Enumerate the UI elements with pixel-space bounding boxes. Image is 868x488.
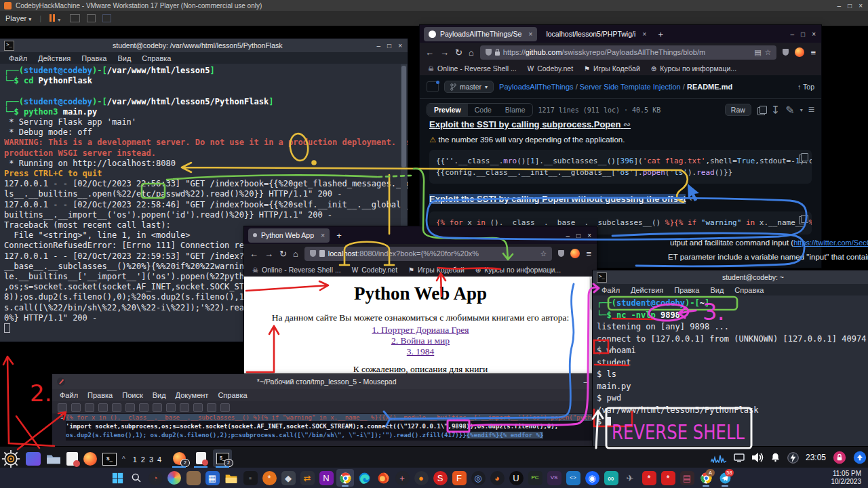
screen-lock-icon[interactable]: [833, 451, 846, 464]
edit-icon[interactable]: ✎: [785, 104, 794, 117]
menu-item[interactable]: Файл: [4, 54, 32, 62]
reload-button[interactable]: ↻: [279, 249, 287, 259]
new-tab-button[interactable]: +: [658, 29, 663, 39]
blender-icon[interactable]: ◕: [488, 469, 506, 487]
pycharm-icon[interactable]: PC: [526, 469, 544, 487]
power-manager-icon[interactable]: [787, 452, 799, 464]
firefox1-minimize-button[interactable]: –: [791, 30, 795, 38]
terminal1-titlebar[interactable]: >_ student@codeby: /var/www/html/lesson5…: [0, 39, 408, 52]
reload-button[interactable]: ↻: [455, 47, 462, 58]
pin-app-icon[interactable]: ◉: [583, 469, 601, 487]
firefox1-maximize-button[interactable]: □: [801, 30, 805, 38]
file-tree-toggle-icon[interactable]: [427, 81, 439, 92]
terminal1-minimize-button[interactable]: –: [377, 42, 381, 49]
taskbar-firefox-window[interactable]: 2: [170, 449, 189, 467]
tab-close-icon[interactable]: ×: [321, 231, 325, 239]
panel-expand-icon[interactable]: ^: [122, 455, 125, 463]
breadcrumb-repo[interactable]: PayloadsAllTheThings: [499, 83, 573, 91]
notifications-bell-icon[interactable]: [770, 452, 781, 463]
save-as-icon[interactable]: [98, 403, 108, 412]
forward-button[interactable]: →: [264, 249, 273, 259]
workspace-number[interactable]: 3: [149, 455, 153, 464]
workspace-number[interactable]: 1: [133, 455, 137, 464]
search-icon[interactable]: [193, 403, 203, 412]
network-monitor-icon[interactable]: [711, 452, 727, 463]
copy-code-icon[interactable]: [799, 216, 806, 224]
unity-icon[interactable]: [102, 14, 111, 22]
replace-icon[interactable]: [207, 403, 216, 412]
tab-preview[interactable]: Preview: [427, 104, 468, 116]
vmware-tools-icon[interactable]: ⇄: [298, 469, 316, 487]
new-tab-button[interactable]: +: [336, 230, 342, 241]
tab-close-icon[interactable]: ×: [528, 30, 532, 38]
home-button[interactable]: ⌂: [293, 249, 298, 259]
red-gear-icon-1[interactable]: *: [640, 469, 658, 487]
back-button[interactable]: ←: [425, 47, 434, 58]
mousepad-minimize-button[interactable]: –: [583, 378, 587, 386]
vscode-icon[interactable]: <>: [564, 469, 582, 487]
url-bar[interactable]: localhost:8080/index?book={%%20for%20x% …: [304, 247, 553, 261]
calendar-app-icon[interactable]: ▦: [203, 469, 221, 487]
paste-icon[interactable]: [166, 403, 176, 412]
menu-item[interactable]: Правка: [83, 391, 117, 399]
display-icon[interactable]: [734, 453, 745, 462]
menu-item[interactable]: Вид: [705, 286, 728, 294]
bookmark-item[interactable]: ☠Online - Reverse Shell ...: [428, 64, 517, 73]
firefox2-minimize-button[interactable]: –: [566, 232, 570, 239]
menu-item[interactable]: Правка: [669, 286, 704, 294]
mousepad-editor[interactable]: {% for x in ().__class__.__base__.__subc…: [66, 413, 604, 441]
firefox1-close-button[interactable]: ×: [812, 30, 816, 38]
menu-item[interactable]: Файл: [55, 391, 83, 399]
bookmark-star-icon[interactable]: ☆: [540, 249, 547, 258]
book-link-1[interactable]: 1. Портрет Дориана Грея: [372, 325, 469, 335]
pocket-shield-icon[interactable]: [558, 250, 564, 257]
menu-item[interactable]: Правка: [77, 54, 111, 62]
copy-raw-icon[interactable]: [757, 106, 766, 115]
menu-item[interactable]: Вид: [113, 54, 136, 62]
url-bar[interactable]: https://github.com/swisskyrepo/PayloadsA…: [480, 45, 777, 60]
color-wheel-app-icon[interactable]: [165, 469, 183, 487]
bookmark-item[interactable]: WCodeby.net: [352, 266, 397, 274]
menu-item[interactable]: Вид: [148, 391, 171, 399]
raw-button[interactable]: Raw: [725, 104, 751, 116]
menu-item[interactable]: Действия: [626, 286, 668, 294]
taskbar-mousepad-window[interactable]: [191, 449, 210, 467]
portrait-app-icon[interactable]: [184, 469, 202, 487]
reader-view-icon[interactable]: ▤: [754, 48, 761, 57]
red-s-app-icon[interactable]: S: [431, 469, 449, 487]
new-icon[interactable]: [58, 403, 67, 412]
save-icon[interactable]: [85, 403, 94, 412]
jet-app-icon[interactable]: ✈: [621, 469, 639, 487]
workspace-switcher[interactable]: 1234: [131, 453, 164, 465]
home-button[interactable]: ⌂: [469, 47, 474, 58]
bookmark-item[interactable]: ⚑Игры Кодебай: [408, 266, 465, 274]
select-icon[interactable]: [180, 403, 189, 412]
firefox-account-icon[interactable]: [570, 249, 580, 258]
vmware-maximize-button[interactable]: □: [848, 2, 852, 9]
book-link-2[interactable]: 2. Война и мир: [391, 336, 450, 346]
codeby-logo-icon[interactable]: [1, 449, 20, 468]
fl-studio-icon[interactable]: ●: [412, 469, 430, 487]
firefox2-maximize-button[interactable]: □: [576, 232, 580, 239]
bookmark-star-icon[interactable]: ☆: [765, 48, 772, 57]
terminal-launcher-icon[interactable]: $_: [102, 453, 117, 466]
telegram-icon[interactable]: 58: [716, 469, 734, 487]
twitter-link[interactable]: https://twitter.com/SecGus: [793, 239, 868, 247]
undo-icon[interactable]: [112, 403, 121, 412]
vmware-minimize-button[interactable]: –: [837, 2, 842, 9]
bookmark-item[interactable]: ⊕Курсы по информаци...: [651, 64, 736, 73]
red-gear-icon-2[interactable]: *: [659, 469, 677, 487]
terminal1-close-button[interactable]: ×: [398, 42, 402, 49]
start-button[interactable]: [108, 469, 126, 487]
forward-button[interactable]: →: [440, 47, 449, 58]
shield-icon[interactable]: [486, 49, 492, 56]
player-menu[interactable]: Player ▾: [5, 14, 31, 22]
mousepad-titlebar[interactable]: *~/Рабочий стол/tmp_lesson_5 - Mousepad …: [52, 374, 604, 389]
app-menu-icon[interactable]: ≡: [586, 249, 591, 259]
edit-dropdown-icon[interactable]: ▾: [800, 107, 803, 113]
search-button[interactable]: [127, 469, 145, 487]
fullscreen-icon[interactable]: [87, 14, 96, 22]
tab-python-web-app[interactable]: Python Web App×: [248, 228, 330, 243]
vmware-icon[interactable]: ◆: [279, 469, 297, 487]
teal-app-icon[interactable]: ∞: [602, 469, 620, 487]
